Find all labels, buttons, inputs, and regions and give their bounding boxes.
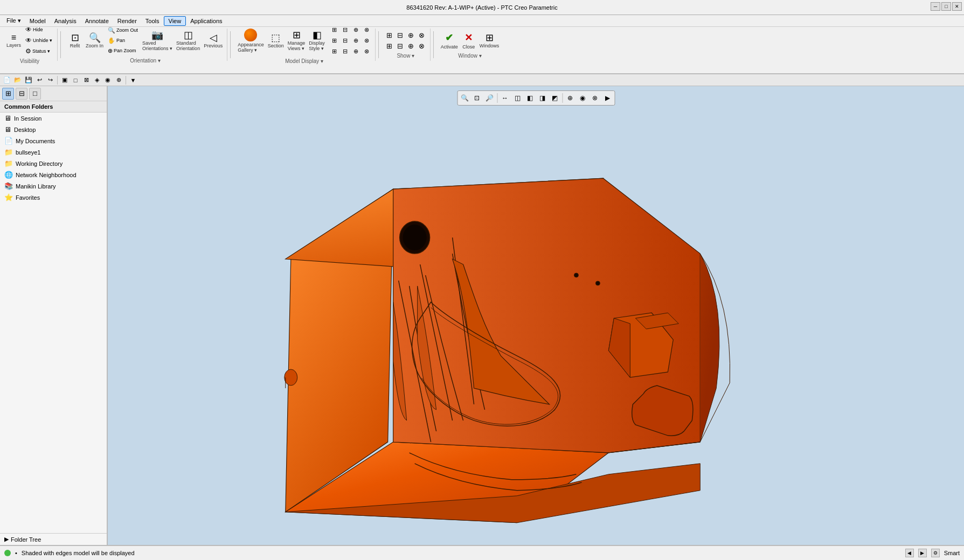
model-display-btn10[interactable]: ⊟	[341, 46, 350, 56]
stb-redo[interactable]: ↪	[45, 75, 55, 85]
standard-orientation-button[interactable]: ◫ StandardOrientation	[175, 29, 201, 52]
windows-button[interactable]: ⊞ Windows	[478, 32, 501, 50]
sphere-icon	[244, 29, 257, 41]
menu-view[interactable]: View	[164, 16, 186, 26]
folder-in-session[interactable]: 🖥 In Session	[0, 113, 107, 124]
status-next-button[interactable]: ▶	[918, 549, 927, 557]
folder-tree-toggle[interactable]: ▶ Folder Tree	[0, 533, 107, 545]
model-display-btn3[interactable]: ⊕	[351, 25, 361, 34]
manage-views-button[interactable]: ⊞ ManageViews ▾	[287, 29, 307, 52]
saved-orientations-button[interactable]: 📷 SavedOrientations ▾	[141, 29, 174, 52]
vmt-refit[interactable]: ◫	[511, 92, 523, 104]
main-area: ⊞ ⊟ □ Common Folders 🖥 In Session 🖥 Desk…	[0, 86, 964, 545]
refit-button[interactable]: ⊡ Refit	[67, 32, 83, 50]
show-btn2[interactable]: ⊟	[396, 30, 405, 40]
folder-my-documents[interactable]: 📄 My Documents	[0, 135, 107, 146]
layers-icon: ≡	[11, 33, 16, 42]
model-display-btn9[interactable]: ⊞	[330, 46, 339, 56]
window-controls[interactable]: ─ □ ✕	[931, 2, 962, 11]
close-button[interactable]: ✕	[952, 2, 962, 11]
panel-btn-list[interactable]: ⊟	[16, 88, 27, 100]
model-display-btn6[interactable]: ⊟	[341, 36, 350, 45]
show-btn3[interactable]: ⊕	[406, 30, 416, 40]
show-btn5[interactable]: ⊞	[385, 41, 394, 51]
menu-tools[interactable]: Tools	[141, 17, 164, 25]
show-btn1[interactable]: ⊞	[385, 30, 394, 40]
menu-applications[interactable]: Applications	[186, 17, 226, 25]
vmt-more[interactable]: ⊗	[589, 92, 601, 104]
model-display-btn12[interactable]: ⊗	[362, 46, 372, 56]
close-view-button[interactable]: ✕ Close	[461, 31, 477, 51]
folder-desktop[interactable]: 🖥 Desktop	[0, 124, 107, 135]
menu-render[interactable]: Render	[113, 17, 141, 25]
vmt-zoom-in[interactable]: 🔍	[459, 92, 470, 104]
orientation-label: Orientation ▾	[130, 58, 161, 64]
menu-analysis[interactable]: Analysis	[50, 17, 81, 25]
model-display-btn5[interactable]: ⊞	[330, 36, 339, 45]
viewport[interactable]: 🔍 ⊡ 🔎 ↔ ◫ ◧ ◨ ◩ ⊕ ◉ ⊗ ▶	[108, 86, 964, 545]
model-display-btn2[interactable]: ⊟	[341, 25, 350, 34]
stb-circle[interactable]: ◉	[103, 75, 113, 85]
appearance-gallery-button[interactable]: AppearanceGallery ▾	[237, 27, 265, 54]
display-style-button[interactable]: ◧ DisplayStyle ▾	[308, 29, 326, 52]
panel-btn-preview[interactable]: □	[29, 88, 41, 100]
vmt-wireframe[interactable]: ◨	[536, 92, 548, 104]
vmt-zoom-out[interactable]: 🔎	[483, 92, 495, 104]
show-btn6[interactable]: ⊟	[396, 41, 405, 51]
vmt-spin[interactable]: ⊕	[564, 92, 576, 104]
library-icon: 📚	[4, 182, 13, 190]
vmt-zoom-fit[interactable]: ⊡	[471, 92, 483, 104]
check-icon: ✔	[445, 32, 453, 44]
stb-plus[interactable]: ⊕	[114, 75, 123, 85]
menu-file[interactable]: File ▾	[2, 16, 25, 25]
model-display-btn8[interactable]: ⊗	[362, 36, 372, 45]
menu-annotate[interactable]: Annotate	[81, 17, 113, 25]
model-display-btn7[interactable]: ⊕	[351, 36, 361, 45]
pan-zoom-button[interactable]: ⊕ Pan Zoom	[106, 46, 140, 55]
activate-button[interactable]: ✔ Activate	[440, 31, 459, 51]
model-display-btn11[interactable]: ⊕	[351, 46, 361, 56]
unhide-button[interactable]: 👁 Unhide ▾	[24, 36, 54, 45]
folder-bullseye[interactable]: 📁 bullseye1	[0, 146, 107, 158]
vmt-pan[interactable]: ↔	[499, 92, 511, 104]
pan-button[interactable]: ✋ Pan	[106, 36, 140, 45]
eye-icon: 👁	[25, 26, 32, 33]
vmt-hidden[interactable]: ◩	[549, 92, 560, 104]
status-button[interactable]: ⚙ Status ▾	[24, 46, 54, 56]
zoom-out-button[interactable]: 🔍 Zoom Out	[106, 26, 140, 35]
folder-favorites[interactable]: ⭐ Favorites	[0, 192, 107, 203]
vmt-shade[interactable]: ◧	[524, 92, 536, 104]
section-button[interactable]: ⬚ Section	[267, 32, 285, 50]
svg-point-14	[595, 281, 600, 285]
hide-button[interactable]: 👁 Hide	[24, 25, 54, 34]
menu-model[interactable]: Model	[25, 17, 50, 25]
show-btn8[interactable]: ⊗	[417, 41, 427, 51]
show-btn4[interactable]: ⊗	[417, 30, 427, 40]
stb-box[interactable]: □	[71, 75, 80, 85]
saved-orient-icon: 📷	[151, 30, 163, 40]
stb-undo[interactable]: ↩	[34, 75, 44, 85]
layers-button[interactable]: ≡ Layers	[5, 32, 22, 49]
stb-select[interactable]: ▣	[60, 75, 70, 85]
status-settings-button[interactable]: ⚙	[931, 549, 940, 557]
folder-working-directory[interactable]: 📁 Working Directory	[0, 158, 107, 169]
status-prev-button[interactable]: ◀	[905, 549, 914, 557]
stb-new[interactable]: 📄	[2, 75, 12, 85]
minimize-button[interactable]: ─	[931, 2, 940, 11]
model-display-btn4[interactable]: ⊗	[362, 25, 372, 34]
panel-btn-tree[interactable]: ⊞	[2, 88, 14, 100]
model-display-btn1[interactable]: ⊞	[330, 25, 339, 34]
folder-manikin-library[interactable]: 📚 Manikin Library	[0, 180, 107, 192]
stb-save[interactable]: 💾	[24, 75, 33, 85]
stb-open[interactable]: 📂	[13, 75, 23, 85]
stb-cross[interactable]: ⊠	[81, 75, 91, 85]
stb-arrow[interactable]: ▼	[128, 75, 138, 85]
vmt-play[interactable]: ▶	[601, 92, 613, 104]
show-btn7[interactable]: ⊕	[406, 41, 416, 51]
previous-button[interactable]: ◁ Previous	[203, 32, 224, 50]
maximize-button[interactable]: □	[941, 2, 951, 11]
stb-pick[interactable]: ◈	[92, 75, 102, 85]
folder-network-neighborhood[interactable]: 🌐 Network Neighborhood	[0, 169, 107, 180]
vmt-perspective[interactable]: ◉	[577, 92, 588, 104]
zoom-in-button[interactable]: 🔍 Zoom In	[85, 32, 105, 50]
